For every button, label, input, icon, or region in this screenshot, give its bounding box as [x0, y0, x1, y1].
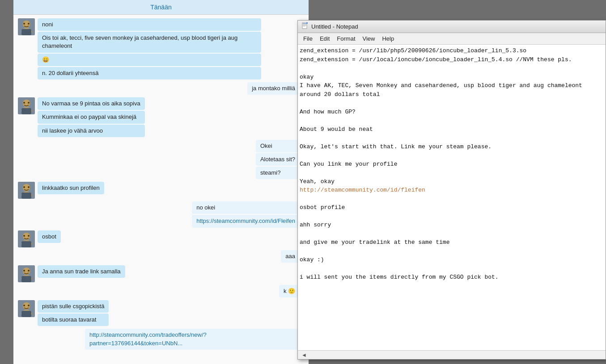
notepad-menu-format[interactable]: Format [333, 34, 359, 43]
chat-bubble: pistän sulle csgopickistä [38, 300, 109, 313]
avatar [18, 18, 35, 35]
svg-point-22 [28, 235, 30, 237]
svg-rect-41 [306, 22, 308, 24]
chat-bubble-right: aaa [281, 250, 300, 263]
chat-bubble-right: http://steamcommunity.com/tradeoffers/ne… [85, 329, 300, 349]
avatar [18, 182, 35, 199]
bubble-group-right: no okeihttps://steamcommunity.com/id/Fle… [192, 201, 300, 227]
chat-bubble-right: no okei [192, 201, 300, 214]
bubble-group-left: No varmaa se 9 pintaa ois aika sopivaKum… [38, 97, 145, 137]
notepad-statusbar: ◄ [298, 350, 606, 359]
svg-point-9 [23, 102, 25, 104]
svg-point-27 [23, 270, 25, 272]
notepad-titlebar: Untitled - Notepad [298, 21, 606, 33]
chat-message-row: Ja anna sun trade link samalla [18, 265, 304, 282]
svg-point-4 [28, 23, 30, 25]
bubble-group-left: osbot [38, 230, 61, 243]
notepad-menubar: FileEditFormatViewHelp [298, 33, 606, 45]
svg-rect-11 [21, 108, 31, 114]
bubble-group-right: ja montako milliä [247, 82, 300, 95]
notepad-menu-file[interactable]: File [300, 34, 316, 43]
chat-date: Tänään [150, 4, 171, 11]
notepad-menu-help[interactable]: Help [378, 34, 398, 43]
chat-bubble: No varmaa se 9 pintaa ois aika sopiva [38, 97, 145, 110]
chat-header: Tänään [13, 0, 309, 15]
chat-link[interactable]: https://steamcommunity.com/id/Fleifen [196, 218, 295, 224]
avatar [18, 300, 35, 317]
notepad-icon [301, 22, 309, 31]
chat-bubble: Ja anna sun trade link samalla [38, 265, 125, 278]
chat-body[interactable]: noniOis toi ak, tecci, five seven monkey… [13, 15, 309, 364]
chat-message-row-right: OkeiAlotetaas sit?steami? [18, 140, 304, 180]
svg-rect-23 [21, 241, 31, 247]
chat-message-row: pistän sulle csgopickistäbotilta suoraa … [18, 300, 304, 326]
avatar [18, 97, 35, 114]
chat-bubble: osbot [38, 230, 61, 243]
chat-bubble: noni [38, 18, 261, 31]
svg-rect-29 [21, 276, 31, 282]
chat-message-row: No varmaa se 9 pintaa ois aika sopivaKum… [18, 97, 304, 137]
chat-bubble: 😄 [38, 54, 261, 66]
notepad-menu-edit[interactable]: Edit [316, 34, 333, 43]
svg-point-34 [28, 305, 30, 306]
bubble-group-right: k 🙂 [279, 285, 300, 297]
chat-bubble: nii laskee jo vähä arvoo [38, 125, 145, 137]
svg-point-16 [28, 186, 30, 188]
chat-window: Tänään noniOis toi ak, tecci, five seven… [13, 0, 309, 364]
chat-bubble: Kumminkaa ei oo paypal vaa skinejä [38, 111, 145, 123]
notepad-title: Untitled - Notepad [311, 23, 358, 30]
chat-message-row-right: k 🙂 [18, 285, 304, 297]
chat-bubble-right: ja montako milliä [247, 82, 300, 95]
chat-bubble: n. 20 dollarii yhteensä [38, 67, 261, 79]
svg-rect-35 [21, 311, 31, 317]
avatar [18, 230, 35, 247]
chat-bubble-right: Okei [256, 140, 300, 152]
chat-link[interactable]: http://steamcommunity.com/tradeoffers/ne… [89, 331, 207, 346]
bubble-group-right: aaa [281, 250, 300, 263]
svg-point-28 [28, 270, 30, 272]
svg-rect-5 [21, 29, 31, 35]
bubble-group-right: http://steamcommunity.com/tradeoffers/ne… [85, 329, 300, 349]
svg-rect-37 [303, 23, 306, 24]
avatar [18, 265, 35, 282]
svg-rect-39 [303, 25, 306, 25]
svg-point-15 [23, 186, 25, 188]
svg-point-10 [28, 102, 30, 104]
chat-message-row: noniOis toi ak, tecci, five seven monkey… [18, 18, 304, 79]
svg-rect-38 [303, 24, 306, 25]
notepad-menu-view[interactable]: View [359, 34, 379, 43]
chat-message-row-right: ja montako milliä [18, 82, 304, 95]
chat-message-row-right: aaa [18, 250, 304, 263]
chat-bubble: Ois toi ak, tecci, five seven monkey ja … [38, 32, 261, 52]
statusbar-arrow[interactable]: ◄ [301, 352, 307, 358]
bubble-group-left: noniOis toi ak, tecci, five seven monkey… [38, 18, 261, 79]
svg-point-21 [23, 235, 25, 237]
svg-point-3 [23, 23, 25, 25]
chat-message-row: linkkaatko sun profilen [18, 182, 304, 199]
chat-message-row-right: no okeihttps://steamcommunity.com/id/Fle… [18, 201, 304, 227]
svg-rect-40 [303, 26, 305, 26]
bubble-group-left: linkkaatko sun profilen [38, 182, 104, 194]
chat-message-row-right: http://steamcommunity.com/tradeoffers/ne… [18, 329, 304, 349]
chat-bubble-right: https://steamcommunity.com/id/Fleifen [192, 215, 300, 227]
bubble-group-left: Ja anna sun trade link samalla [38, 265, 125, 278]
chat-bubble: linkkaatko sun profilen [38, 182, 104, 194]
svg-rect-17 [21, 192, 31, 199]
chat-message-row: osbot [18, 230, 304, 247]
chat-bubble-right: steami? [256, 167, 300, 179]
svg-point-33 [23, 305, 25, 306]
bubble-group-right: OkeiAlotetaas sit?steami? [256, 140, 300, 180]
chat-bubble-right: k 🙂 [279, 285, 300, 297]
notepad-window: Untitled - Notepad FileEditFormatViewHel… [297, 20, 606, 360]
chat-bubble: botilta suoraa tavarat [38, 314, 109, 326]
bubble-group-left: pistän sulle csgopickistäbotilta suoraa … [38, 300, 109, 326]
chat-bubble-right: Alotetaas sit? [256, 153, 300, 166]
notepad-content[interactable]: zend_extension = /usr/lib/php5/20090626/… [298, 45, 606, 350]
